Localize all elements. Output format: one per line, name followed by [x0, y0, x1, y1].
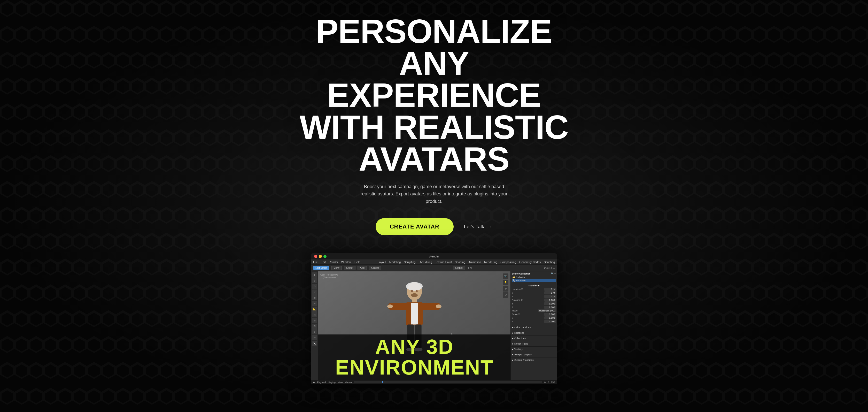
mode-value[interactable]: Quaternion (XY...	[538, 310, 556, 312]
menu-layout[interactable]: Layout	[378, 261, 386, 264]
frame-display[interactable]: 0	[548, 381, 549, 384]
toolbar-measure-icon[interactable]: 📐	[312, 306, 317, 312]
delta-transform-item[interactable]: ▸ Delta Transform	[512, 326, 556, 329]
scale-x-value[interactable]: 1.000	[544, 313, 556, 316]
timeline-scrubber[interactable]	[354, 381, 542, 383]
motion-paths-item[interactable]: ▸ Motion Paths	[512, 342, 556, 345]
toolbar-rotate-icon[interactable]: ↻	[312, 284, 317, 289]
menu-sculpting[interactable]: Sculpting	[404, 261, 415, 264]
maximize-window-icon[interactable]	[323, 255, 327, 258]
collection-tree-item[interactable]: 📁 Collection	[512, 276, 556, 279]
viewport-overlay-controls: 📷 💡 ◎ ⬡	[503, 273, 508, 298]
svg-point-2	[411, 290, 413, 292]
timeline-playhead	[382, 381, 383, 383]
lets-talk-link[interactable]: Let's Talk →	[464, 224, 492, 230]
collections-item[interactable]: ▸ Collections	[512, 337, 556, 340]
toolbar-add-cube-icon[interactable]: ◻	[312, 312, 317, 317]
toolbar-bevel-icon[interactable]: ◈	[312, 329, 317, 334]
location-y-value[interactable]: 0 m	[544, 291, 556, 294]
toolbar-transform-icon[interactable]: ⊞	[312, 295, 317, 300]
menu-rendering[interactable]: Rendering	[484, 261, 497, 264]
toolbar-select[interactable]: Select	[344, 266, 356, 270]
playback-label[interactable]: Playback	[317, 381, 327, 384]
transform-title: Transform	[512, 284, 556, 287]
menu-shading[interactable]: Shading	[455, 261, 465, 264]
toolbar-knife-icon[interactable]: 🔪	[312, 341, 317, 346]
toolbar-scale-icon[interactable]: ⤢	[312, 290, 317, 295]
menu-geometry-nodes[interactable]: Geometry Nodes	[519, 261, 541, 264]
location-z-value[interactable]: 0 m	[544, 295, 556, 298]
toolbar-extrude-icon[interactable]: ⊡	[312, 318, 317, 323]
any-3d-environment-text: ANY 3D ENVIRONMENT	[323, 336, 505, 378]
toolbar-move-icon[interactable]: ⊹	[312, 278, 317, 283]
menu-modeling[interactable]: Modeling	[389, 261, 401, 264]
minimize-window-icon[interactable]	[319, 255, 322, 258]
viewport-camera-icon[interactable]: 📷	[503, 273, 508, 279]
visibility-label: Visibility	[514, 348, 523, 351]
menu-file[interactable]: File	[313, 261, 318, 264]
visibility-item[interactable]: ▸ Visibility	[512, 348, 556, 351]
toolbar-global[interactable]: Global	[453, 266, 465, 270]
armature-label: Armature	[516, 279, 525, 282]
blender-bottom-bar: ▶ Playback Keying View Marker 0 0 250	[311, 380, 557, 384]
toolbar-inset-icon[interactable]: ⊟	[312, 324, 317, 329]
collections-label: Collections	[514, 337, 526, 340]
blender-toolbar: Edit Mode View Select Add Object Global …	[311, 265, 557, 271]
rotation-y-row: Y 0.000	[512, 302, 556, 305]
menu-render[interactable]: Render	[329, 261, 338, 264]
marker-label[interactable]: Marker	[345, 381, 352, 384]
scale-z-label: Z	[512, 320, 513, 323]
svg-point-3	[416, 290, 418, 292]
close-window-icon[interactable]	[314, 255, 317, 258]
location-x-value[interactable]: 0 m	[544, 288, 556, 291]
menu-scripting[interactable]: Scripting	[544, 261, 555, 264]
lets-talk-label: Let's Talk	[464, 224, 484, 230]
blender-menu-bar: File Edit Render Window Help Layout Mode…	[311, 260, 557, 265]
menu-compositing[interactable]: Compositing	[500, 261, 516, 264]
toolbar-edit-mode[interactable]: Edit Mode	[313, 266, 330, 270]
hero-title-line1: PERSONALIZE ANY EXPERIENCE	[316, 12, 552, 114]
toolbar-view[interactable]: View	[332, 266, 342, 270]
menu-uv-editing[interactable]: UV Editing	[419, 261, 432, 264]
keying-label[interactable]: Keying	[329, 381, 336, 384]
relations-item[interactable]: ▸ Relations	[512, 331, 556, 334]
rotation-x-value[interactable]: 0.000	[544, 298, 556, 302]
rotation-z-value[interactable]: 0.000	[544, 306, 556, 309]
scale-y-value[interactable]: 1.000	[544, 316, 556, 320]
rotation-y-value[interactable]: 0.000	[544, 302, 556, 305]
menu-animation[interactable]: Animation	[468, 261, 481, 264]
lets-talk-arrow-icon: →	[487, 224, 492, 230]
viewport-render-icon[interactable]: 💡	[503, 279, 508, 285]
viewport-shading-icon[interactable]: ⬡	[503, 292, 508, 298]
svg-point-11	[436, 304, 441, 308]
custom-properties-item[interactable]: ▸ Custom Properties	[512, 358, 556, 362]
toolbar-loop-cut-icon[interactable]: ⊸	[312, 335, 317, 340]
toolbar-annotate-icon[interactable]: ✏	[312, 301, 317, 306]
blender-viewport[interactable]: User Perspective (2) Armature	[318, 271, 510, 380]
page-wrapper: PERSONALIZE ANY EXPERIENCE WITH REALISTI…	[0, 0, 868, 384]
menu-edit[interactable]: Edit	[321, 261, 326, 264]
armature-tree-item[interactable]: 🦴 Armature	[512, 279, 556, 282]
scale-x-row: Scale X 1.000	[512, 313, 556, 316]
rotation-x-row: Rotation X 0.000	[512, 298, 556, 302]
toolbar-add[interactable]: Add	[358, 266, 367, 270]
hero-title-line2: WITH REALISTIC AVATARS	[300, 108, 568, 178]
toolbar-object[interactable]: Object	[369, 266, 381, 270]
create-avatar-button[interactable]: CREATE AVATAR	[376, 218, 454, 235]
toolbar-cursor-icon[interactable]: ✛	[312, 272, 317, 277]
cta-row: CREATE AVATAR Let's Talk →	[376, 218, 493, 235]
motion-paths-label: Motion Paths	[514, 343, 528, 345]
viewport-overlay-icon[interactable]: ◎	[503, 286, 508, 292]
location-x-row: Location X 0 m	[512, 288, 556, 291]
scale-z-value[interactable]: 1.000	[544, 320, 556, 323]
view-label[interactable]: View	[338, 381, 343, 384]
viewport-sublabel: (2) Armature	[320, 276, 338, 278]
menu-window[interactable]: Window	[341, 261, 351, 264]
viewport-display-item[interactable]: ▸ Viewport Display	[512, 353, 556, 356]
blender-titlebar: Blender	[311, 253, 557, 260]
menu-texture-paint[interactable]: Texture Paint	[435, 261, 452, 264]
timeline-playback[interactable]: ▶	[313, 381, 315, 384]
custom-properties-section: ▸ Custom Properties	[511, 357, 557, 363]
menu-help[interactable]: Help	[354, 261, 361, 264]
properties-panel: Transform Location X 0 m Y 0 m	[511, 283, 557, 380]
